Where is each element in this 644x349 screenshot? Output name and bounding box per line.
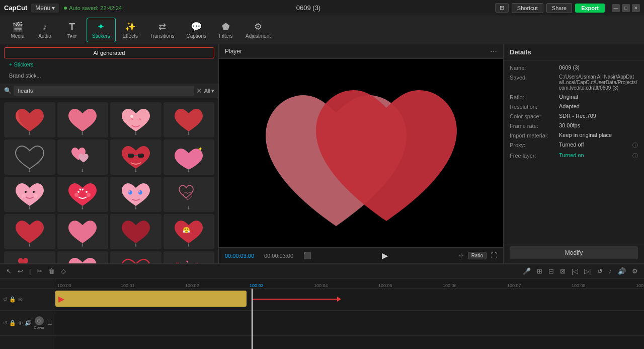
fullscreen-button[interactable]: ⛶	[491, 252, 497, 259]
search-input[interactable]	[14, 86, 194, 96]
minimize-button[interactable]: —	[612, 4, 620, 12]
mic-button[interactable]: 🎤	[521, 266, 533, 276]
download-icon: ⬇	[28, 205, 32, 211]
zoom-out-button[interactable]: ⊠	[558, 266, 568, 276]
sticker-item[interactable]: ⬇	[57, 214, 109, 249]
captions-toggle[interactable]: ⬛	[303, 252, 311, 259]
close-button[interactable]: ✕	[632, 4, 640, 12]
export-button[interactable]: Export	[575, 4, 605, 13]
all-filter-button[interactable]: All ▾	[204, 88, 214, 94]
stickers-tab[interactable]: + Stickers	[4, 59, 214, 69]
sticker-item[interactable]: ^ ^ ⬇	[110, 102, 162, 137]
transitions-icon: ⇄	[158, 21, 166, 32]
tool-filters[interactable]: ⬟ Filters	[213, 18, 238, 42]
detail-name: Name: 0609 (3)	[510, 64, 638, 71]
sticker-grid: ⬇ ⬇ ^ ^ ⬇	[0, 98, 218, 263]
freelayer-info-icon[interactable]: ⓘ	[632, 152, 638, 160]
panel-tabs: AI generated + Stickers Brand stick...	[0, 44, 218, 84]
sticker-item[interactable]: ⬇	[110, 214, 162, 249]
search-clear-button[interactable]: ✕	[196, 87, 202, 95]
modify-button[interactable]: Modify	[510, 246, 638, 259]
download-icon: ⬇	[134, 205, 138, 211]
tool-stickers[interactable]: ✦ Stickers	[87, 18, 116, 42]
split-button[interactable]: ✂	[35, 266, 44, 276]
menu-cover-icon[interactable]: ☰	[47, 320, 52, 326]
sticker-item[interactable]: ♥ ♥ ♥ ♥ ♥ ♥ ⬇	[164, 251, 215, 263]
fit-screen-button[interactable]: ⊹	[458, 252, 464, 259]
sticker-item[interactable]: ⬇	[4, 177, 55, 212]
eye-track-icon[interactable]: 👁	[18, 297, 23, 303]
cover-track-row	[55, 311, 644, 336]
total-time: 00:00:03:00	[264, 253, 299, 259]
auto-save-status: Auto saved: 22:42:24	[64, 5, 122, 11]
sticker-item[interactable]: ⬇	[4, 214, 55, 249]
player-area: Player ⋯ 00:00:03:00 00:00:03:00 ⬛ ▶ ⊹ R…	[219, 44, 503, 263]
share-button[interactable]: Share	[546, 3, 572, 13]
zoom-in-button[interactable]: ⊞	[535, 266, 544, 276]
sticker-item[interactable]: ⬇	[4, 139, 55, 175]
sticker-item[interactable]: ♥♥ ⬇	[57, 177, 109, 212]
sticker-item[interactable]: ⬇	[110, 251, 162, 263]
sticker-item[interactable]: ◕ ◕ ⬇	[110, 177, 162, 212]
brand-stickers-tab[interactable]: Brand stick...	[4, 71, 214, 81]
loop-cover-icon[interactable]: ↺	[3, 320, 8, 326]
split2-button[interactable]: |◁	[570, 266, 580, 276]
loop-track-icon[interactable]: ↺	[3, 296, 8, 303]
zoom-fit-button[interactable]: ⊟	[546, 266, 556, 276]
select-tool-button[interactable]: ↖	[4, 266, 14, 276]
tool-captions[interactable]: 💬 Captions	[182, 18, 211, 42]
sticker-item[interactable]: ⬇	[110, 139, 162, 175]
undo-button[interactable]: ↩	[16, 266, 25, 276]
sticker-item[interactable]: ✦ ⬇	[164, 139, 215, 175]
monitor-button[interactable]: ⊞	[495, 3, 509, 13]
ratio-button[interactable]: Ratio	[468, 252, 487, 259]
detail-import: Import material: Keep in original place	[510, 132, 638, 138]
timeline: ↖ ↩ | ✂ 🗑 ◇ 🎤 ⊞ ⊟ ⊠ |◁ ▷| ↺ ♪ 🔊 ⚙ 100:00…	[0, 263, 644, 349]
sticker-item[interactable]: 😤 ⬇	[164, 214, 215, 249]
cover-track-icons: ↺ 🔒 👁 🔊	[3, 320, 32, 326]
maximize-button[interactable]: □	[622, 4, 630, 12]
sticker-item[interactable]: ⬇	[164, 102, 215, 137]
audio-cover-icon[interactable]: 🔊	[25, 320, 32, 326]
heart-red-simple-sticker	[15, 218, 45, 246]
settings-tl-button[interactable]: ⚙	[630, 266, 640, 276]
ai-generated-tab[interactable]: AI generated	[4, 47, 214, 58]
download-icon: ⬇	[187, 243, 191, 248]
audio-button[interactable]: ♪	[607, 266, 614, 276]
sticker-item[interactable]: ⬇	[57, 102, 109, 137]
cover-label[interactable]: ⚙ Cover	[34, 316, 44, 330]
tool-effects[interactable]: ✨ Effects	[118, 18, 143, 42]
lock-track-icon[interactable]: 🔒	[9, 296, 16, 303]
menu-button[interactable]: Menu ▾	[31, 4, 59, 13]
tool-text[interactable]: T Text	[59, 18, 85, 42]
sticker-item[interactable]: ⬇	[57, 139, 109, 175]
tool-adjustment[interactable]: ⚙ Adjustment	[240, 18, 276, 42]
mark-button[interactable]: ◇	[59, 266, 68, 276]
download-icon: ⬇	[80, 168, 85, 173]
play-button[interactable]: ▶	[382, 251, 388, 260]
sticker-item[interactable]: ⬇	[4, 251, 55, 263]
volume-button[interactable]: 🔊	[616, 266, 628, 276]
sticker-item[interactable]: ⬇	[57, 251, 109, 263]
loop-button[interactable]: ↺	[595, 266, 605, 276]
detail-framerate: Frame rate: 30.00fps	[510, 122, 638, 129]
ruler-spacer	[0, 278, 55, 288]
media-icon: 🎬	[12, 21, 23, 32]
sticker-item[interactable]: ⬇	[4, 102, 55, 137]
tool-media[interactable]: 🎬 Media	[5, 18, 30, 42]
player-menu-icon[interactable]: ⋯	[490, 47, 497, 55]
shortcut-button[interactable]: Shortcut	[512, 3, 543, 13]
eye-cover-icon[interactable]: 👁	[18, 320, 23, 326]
delete-button[interactable]: 🗑	[46, 266, 57, 276]
tool-audio[interactable]: ♪ Audio	[32, 19, 57, 42]
lock-cover-icon[interactable]: 🔒	[9, 320, 16, 326]
tool-transitions[interactable]: ⇄ Transitions	[145, 18, 180, 42]
sticker-item[interactable]: ⬇	[164, 177, 215, 212]
playhead[interactable]	[252, 289, 253, 349]
effects-icon: ✨	[125, 21, 136, 32]
caption-button[interactable]: ▷|	[582, 266, 593, 276]
proxy-info-icon[interactable]: ⓘ	[632, 142, 638, 149]
video-clip[interactable]: ▶	[55, 291, 247, 307]
redo-button[interactable]: |	[27, 266, 33, 276]
player-title: Player	[225, 48, 242, 55]
